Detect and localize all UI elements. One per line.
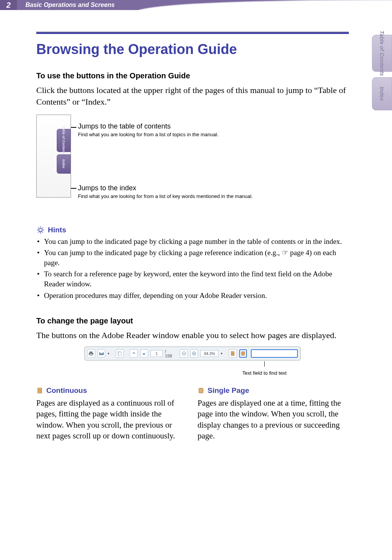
hint-item: To search for a reference page by keywor…: [36, 269, 349, 289]
page-total: / 158: [165, 349, 174, 358]
continuous-body: Pages are displayed as a continuous roll…: [36, 398, 188, 441]
hint-item: You can jump to the indicated page by cl…: [36, 237, 349, 247]
header-section-title: Basic Operations and Screens: [17, 0, 115, 10]
svg-rect-8: [231, 352, 234, 354]
page: 2 Basic Operations and Screens Table of …: [0, 0, 392, 560]
diagram-label-index: Jumps to the index Find what you are loo…: [78, 184, 253, 200]
diagram-toc-desc: Find what you are looking for from a lis…: [78, 132, 218, 138]
side-tab-index-label: Index: [379, 87, 385, 101]
layout-intro: The buttons on the Adobe Reader window e…: [36, 330, 349, 341]
prev-page-icon[interactable]: [130, 349, 138, 358]
hint-item: You can jump to the indicated page by cl…: [36, 248, 349, 267]
zoom-level[interactable]: 84.3%: [200, 350, 218, 357]
lightbulb-icon: [36, 226, 45, 234]
side-tab-toc-label: Table of Contents: [379, 30, 385, 76]
diagram-index-desc: Find what you are looking for from a lis…: [78, 193, 253, 200]
diagram-tab-toc-label: Table of Contents: [62, 126, 66, 155]
diagram-toc-title: Jumps to the table of contents: [78, 122, 218, 131]
subtitle-layout: To change the page layout: [36, 316, 349, 326]
diagram-frame: Table of Contents Index: [36, 115, 71, 198]
svg-rect-10: [242, 352, 245, 355]
dropdown-icon[interactable]: ▾: [108, 352, 110, 355]
toolbar-figure: ▾ 1 / 158 84.3% ▾ Text field to find tex: [84, 347, 301, 376]
svg-rect-12: [38, 391, 42, 393]
side-tab-toc[interactable]: Table of Contents: [372, 35, 392, 72]
svg-rect-9: [231, 354, 234, 356]
header-swoosh: [139, 0, 392, 10]
diagram-tab-toc: Table of Contents: [57, 129, 71, 152]
column-continuous: Continuous Pages are displayed as a cont…: [36, 386, 188, 441]
next-page-icon[interactable]: [140, 349, 148, 358]
intro-paragraph: Click the buttons located at the upper r…: [36, 85, 349, 107]
page-number: 2: [0, 0, 17, 10]
svg-rect-4: [183, 354, 185, 354]
pages-icon[interactable]: [116, 349, 124, 358]
hints-heading: Hints: [36, 226, 349, 234]
continuous-icon: [36, 387, 43, 394]
diagram-tab-index: Index: [57, 154, 71, 174]
single-page-icon: [198, 387, 204, 394]
find-field-caption: Text field to find text: [84, 371, 287, 376]
single-body: Pages are displayed one at a time, fitti…: [198, 398, 349, 441]
leader-line: [264, 361, 265, 367]
leader-line: [71, 127, 76, 128]
header-bar: 2 Basic Operations and Screens: [0, 0, 392, 10]
svg-rect-7: [194, 353, 194, 355]
email-icon[interactable]: [98, 349, 106, 358]
hint-item: Operation procedures may differ, dependi…: [36, 291, 349, 301]
svg-rect-11: [38, 388, 42, 391]
svg-rect-2: [119, 352, 122, 356]
page-title: Browsing the Operation Guide: [36, 41, 349, 58]
continuous-view-icon[interactable]: [229, 349, 237, 358]
layout-columns: Continuous Pages are displayed as a cont…: [36, 386, 349, 441]
single-title: Single Page: [208, 386, 249, 395]
title-rule: [36, 32, 349, 34]
hints-title: Hints: [48, 226, 66, 233]
subtitle-buttons: To use the buttons in the Operation Guid…: [36, 71, 349, 81]
svg-rect-13: [199, 388, 203, 393]
dropdown-icon[interactable]: ▾: [221, 352, 223, 355]
page-current-input[interactable]: 1: [150, 350, 163, 357]
zoom-out-icon[interactable]: [180, 349, 188, 358]
content-area: Browsing the Operation Guide To use the …: [36, 32, 349, 441]
diagram-index-title: Jumps to the index: [78, 184, 253, 193]
hints-list: You can jump to the indicated page by cl…: [36, 237, 349, 301]
nav-diagram: Table of Contents Index Jumps to the tab…: [36, 115, 349, 215]
find-text-field[interactable]: [251, 349, 298, 358]
column-single: Single Page Pages are displayed one at a…: [198, 386, 349, 441]
svg-point-0: [39, 228, 42, 232]
side-tab-index[interactable]: Index: [372, 77, 392, 110]
diagram-tab-index-label: Index: [62, 159, 65, 169]
adobe-toolbar: ▾ 1 / 158 84.3% ▾: [84, 347, 301, 360]
leader-line: [71, 188, 76, 189]
diagram-label-toc: Jumps to the table of contents Find what…: [78, 122, 218, 138]
continuous-title: Continuous: [46, 386, 87, 395]
single-page-view-icon[interactable]: [239, 349, 247, 358]
print-icon[interactable]: [87, 349, 95, 358]
zoom-in-icon[interactable]: [190, 349, 198, 358]
